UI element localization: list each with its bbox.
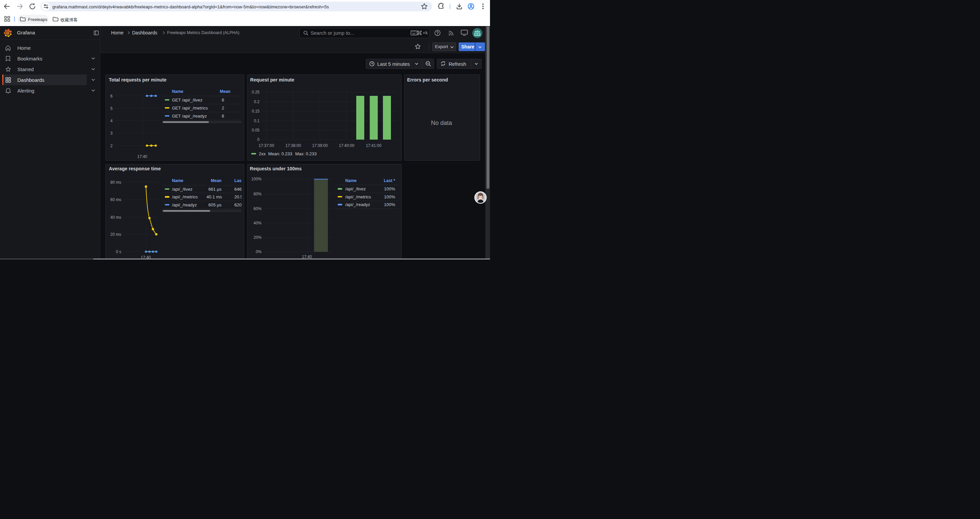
svg-text:Max: 0.233: Max: 0.233	[295, 151, 317, 156]
svg-text:0.05: 0.05	[252, 128, 260, 133]
svg-text:2: 2	[110, 144, 113, 148]
svg-text:17:37:00: 17:37:00	[259, 143, 274, 148]
svg-text:80%: 80%	[253, 192, 261, 196]
svg-text:0 s: 0 s	[116, 249, 121, 254]
svg-text:60%: 60%	[253, 206, 261, 211]
svg-text:0: 0	[257, 137, 259, 142]
svg-text:3: 3	[110, 131, 113, 136]
svg-text:17:40:00: 17:40:00	[339, 143, 355, 148]
svg-text:5: 5	[110, 106, 113, 111]
svg-text:17:40: 17:40	[137, 154, 147, 159]
svg-text:80 ms: 80 ms	[110, 180, 121, 185]
svg-text:4: 4	[110, 118, 113, 123]
svg-text:0.15: 0.15	[252, 109, 260, 113]
svg-text:17:39:00: 17:39:00	[312, 143, 328, 148]
svg-text:2xx: 2xx	[259, 151, 266, 156]
svg-text:0.1: 0.1	[254, 118, 259, 123]
svg-text:0.25: 0.25	[252, 90, 260, 94]
svg-text:20%: 20%	[253, 235, 261, 240]
svg-text:17:41:00: 17:41:00	[366, 143, 382, 148]
svg-text:6: 6	[110, 94, 113, 99]
svg-text:60 ms: 60 ms	[110, 197, 121, 202]
svg-text:Mean: 0.233: Mean: 0.233	[268, 151, 292, 156]
svg-text:0.2: 0.2	[254, 99, 259, 104]
svg-text:40 ms: 40 ms	[110, 215, 121, 220]
svg-text:40%: 40%	[253, 221, 261, 225]
svg-text:0%: 0%	[256, 249, 262, 254]
svg-text:20 ms: 20 ms	[110, 232, 121, 237]
svg-text:100%: 100%	[251, 177, 261, 181]
svg-text:17:38:00: 17:38:00	[286, 143, 301, 148]
